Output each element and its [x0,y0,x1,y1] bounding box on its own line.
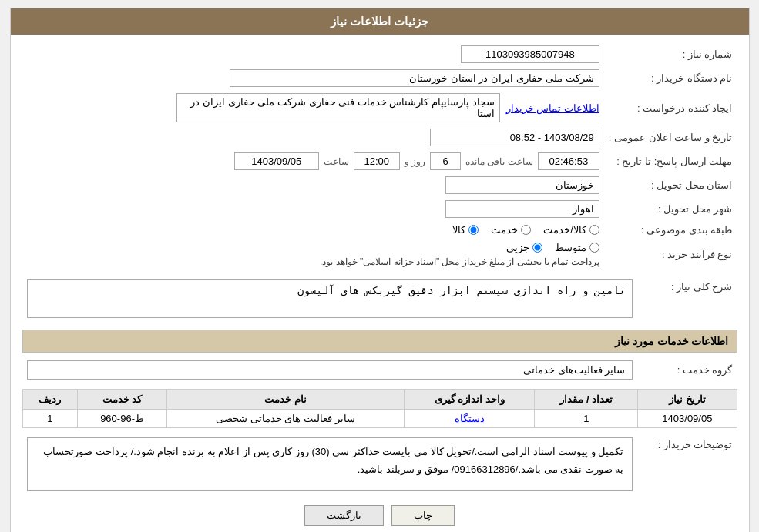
process-jozi-option[interactable]: جزیی [506,242,542,253]
time-value: 12:00 [354,152,400,170]
cell-date: 1403/09/05 [638,410,737,428]
col-name-header: نام خدمت [166,390,404,410]
back-button[interactable]: بازگشت [304,505,384,526]
creator-value: سجاد پارسایپام کارشناس خدمات فنی حفاری ش… [176,93,500,122]
cell-row: 1 [22,410,78,428]
cell-count: 1 [535,410,638,428]
city-label: شهر محل تحویل : [604,197,737,221]
description-label: شرح کلی نیاز : [637,276,737,323]
days-value: 6 [430,152,461,170]
cell-code: ط-96-960 [78,410,166,428]
category-khedmat-radio[interactable] [521,225,531,235]
remaining-time-value: 02:46:53 [538,152,599,170]
category-kala-label: کالا [452,224,465,236]
process-motavaset-label: متوسط [555,242,586,253]
category-kala-option[interactable]: کالا [452,224,479,236]
page-title: جزئیات اطلاعات نیاز [11,8,749,35]
col-date-header: تاریخ نیاز [638,390,737,410]
province-value: خوزستان [445,176,599,194]
cell-name: سایر فعالیت های خدماتی شخصی [166,410,404,428]
deadline-date-value: 1403/09/05 [234,152,319,170]
col-count-header: تعداد / مقدار [535,390,638,410]
service-group-value: سایر فعالیت‌های خدماتی [27,360,633,380]
creator-contact-link[interactable]: اطلاعات تماس خریدار [506,102,599,114]
deadline-label: مهلت ارسال پاسخ: تا تاریخ : [604,149,737,173]
org-name-label: نام دستگاه خریدار : [604,66,737,90]
services-section-header: اطلاعات خدمات مورد نیاز [22,330,737,353]
days-label: روز و [405,156,425,167]
category-kala-radio[interactable] [468,225,479,235]
process-note: پرداخت تمام یا بخشی از مبلغ خریداز محل "… [320,256,599,267]
category-khedmat-label: خدمت [491,224,518,236]
cell-unit[interactable]: دستگاه [405,410,535,428]
need-number-label: شماره نیاز : [604,42,737,66]
description-textarea [27,279,633,318]
buyer-notes-value: تکمیل و پیوست اسناد الزامی است./تحویل کا… [27,437,633,491]
buyer-notes-label: توضیحات خریدار : [637,434,737,494]
category-label: طبقه بندی موضوعی : [604,221,737,239]
category-khedmat-option[interactable]: خدمت [491,224,531,236]
date-announce-value: 1403/08/29 - 08:52 [430,129,599,146]
process-motavaset-radio[interactable] [589,243,599,253]
remaining-label: ساعت باقی مانده [465,156,533,167]
table-row: 1403/09/051دستگاهسایر فعالیت های خدماتی … [22,410,737,428]
need-number-value: 1103093985007948 [461,45,599,63]
category-kala-khedmat-radio[interactable] [589,225,599,235]
button-row: چاپ بازگشت [22,505,737,526]
service-group-label: گروه خدمت : [637,357,737,383]
process-jozi-label: جزیی [506,242,529,253]
org-name-value: شرکت ملی حفاری ایران در استان خوزستان [230,69,599,87]
print-button[interactable]: چاپ [391,505,455,526]
category-kala-khedmat-option[interactable]: کالا/خدمت [543,224,599,236]
process-motavaset-option[interactable]: متوسط [555,242,599,253]
col-unit-header: واحد اندازه گیری [405,390,535,410]
category-kala-khedmat-label: کالا/خدمت [543,224,586,236]
city-value: اهواز [445,200,599,218]
col-row-header: ردیف [22,390,78,410]
col-code-header: کد خدمت [78,390,166,410]
process-jozi-radio[interactable] [532,243,542,253]
process-label: نوع فرآیند خرید : [604,239,737,270]
date-announce-label: تاریخ و ساعت اعلان عمومی : [604,125,737,149]
creator-label: ایجاد کننده درخواست : [604,90,737,125]
time-label: ساعت [324,156,349,167]
province-label: استان محل تحویل : [604,173,737,197]
